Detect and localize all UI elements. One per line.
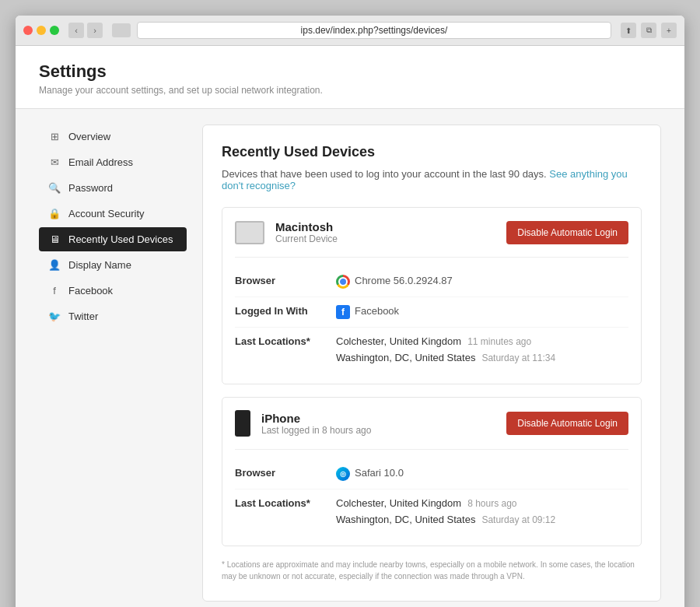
device-text-macintosh: Macintosh Current Device	[275, 220, 338, 244]
device-text-iphone: iPhone Last logged in 8 hours ago	[261, 412, 371, 436]
disable-login-button-iphone[interactable]: Disable Automatic Login	[506, 412, 628, 435]
browser-actions: ⬆ ⧉ +	[621, 23, 677, 38]
detail-value-browser-mac: Chrome 56.0.2924.87	[336, 275, 453, 289]
device-header-macintosh: Macintosh Current Device Disable Automat…	[235, 220, 628, 244]
footnote: * Locations are approximate and may incl…	[222, 559, 642, 582]
sidebar-item-label: Email Address	[68, 156, 133, 168]
location-time-iphone-2: Saturday at 09:12	[481, 514, 555, 525]
device-info-macintosh: Macintosh Current Device	[235, 220, 338, 244]
page-content: Settings Manage your account settings, a…	[16, 46, 684, 607]
device-card-macintosh: Macintosh Current Device Disable Automat…	[222, 207, 642, 384]
sidebar-item-recently-used-devices[interactable]: 🖥 Recently Used Devices	[39, 227, 187, 251]
key-icon: 🔍	[48, 182, 61, 194]
sidebar-item-twitter[interactable]: 🐦 Twitter	[39, 304, 187, 328]
monitor-icon: 🖥	[48, 233, 61, 245]
detail-value-browser-iphone: ◎ Safari 10.0	[336, 467, 404, 481]
location-entry-mac-2: Washington, DC, United States Saturday a…	[336, 352, 555, 363]
lock-icon: 🔒	[48, 208, 61, 219]
location-time-mac-2: Saturday at 11:34	[481, 353, 555, 363]
grid-icon: ⊞	[48, 131, 61, 142]
device-name-iphone: iPhone	[261, 412, 371, 425]
detail-value-locations-iphone: Colchester, United Kingdom 8 hours ago W…	[336, 497, 555, 525]
disable-login-button-macintosh[interactable]: Disable Automatic Login	[506, 221, 628, 244]
detail-row-loggedin-mac: Logged In With f Facebook	[235, 297, 628, 328]
main-layout: ⊞ Overview ✉ Email Address 🔍 Password 🔒 …	[16, 109, 684, 607]
sidebar-item-label: Twitter	[68, 311, 98, 322]
panel-title: Recently Used Devices	[222, 144, 642, 160]
location-entry-iphone-2: Washington, DC, United States Saturday a…	[336, 514, 555, 525]
device-details-macintosh: Browser Chrome 56.0.2924.87 Logged In Wi…	[235, 257, 628, 371]
share-icon[interactable]: ⬆	[621, 23, 636, 38]
detail-value-locations-mac: Colchester, United Kingdom 11 minutes ag…	[336, 335, 555, 363]
detail-row-locations-iphone: Last Locations* Colchester, United Kingd…	[235, 489, 628, 533]
location-name-mac-1: Colchester, United Kingdom	[336, 335, 461, 347]
twitter-icon: 🐦	[48, 311, 61, 322]
facebook-icon: f	[48, 285, 61, 296]
sidebar-item-label: Recently Used Devices	[68, 233, 173, 245]
address-bar[interactable]: ips.dev/index.php?settings/devices/	[137, 22, 611, 39]
sidebar-item-facebook[interactable]: f Facebook	[39, 279, 187, 303]
browser-name-mac: Chrome 56.0.2924.87	[355, 275, 453, 286]
browser-window: ‹ › ips.dev/index.php?settings/devices/ …	[16, 16, 684, 607]
location-name-iphone-2: Washington, DC, United States	[336, 514, 475, 525]
sidebar-item-label: Account Security	[68, 208, 145, 219]
location-time-iphone-1: 8 hours ago	[467, 498, 516, 509]
page-title: Settings	[39, 61, 661, 82]
location-time-mac-1: 11 minutes ago	[467, 336, 531, 347]
chrome-icon	[336, 275, 350, 289]
detail-value-loggedin-mac: f Facebook	[336, 305, 399, 319]
tab-icon	[112, 23, 131, 37]
location-name-mac-2: Washington, DC, United States	[336, 352, 475, 363]
mac-icon	[235, 221, 264, 244]
detail-label-locations-mac: Last Locations*	[235, 335, 336, 363]
sidebar-item-label: Password	[68, 182, 113, 194]
device-header-iphone: iPhone Last logged in 8 hours ago Disabl…	[235, 410, 628, 437]
location-entry-mac-1: Colchester, United Kingdom 11 minutes ag…	[336, 335, 555, 347]
detail-row-locations-mac: Last Locations* Colchester, United Kingd…	[235, 328, 628, 371]
phone-icon	[235, 410, 250, 437]
mail-icon: ✉	[48, 156, 61, 168]
location-entry-iphone-1: Colchester, United Kingdom 8 hours ago	[336, 497, 555, 509]
sidebar-item-password[interactable]: 🔍 Password	[39, 176, 187, 200]
sidebar-item-display-name[interactable]: 👤 Display Name	[39, 253, 187, 277]
panel-desc: Devices that have been used to log into …	[222, 168, 642, 191]
detail-row-browser-iphone: Browser ◎ Safari 10.0	[235, 459, 628, 489]
traffic-lights	[23, 26, 59, 35]
minimize-button[interactable]	[37, 26, 46, 35]
device-info-iphone: iPhone Last logged in 8 hours ago	[235, 410, 371, 437]
sidebar-item-label: Overview	[68, 131, 110, 142]
loggedin-name-mac: Facebook	[355, 305, 399, 317]
close-button[interactable]	[23, 26, 33, 35]
back-button[interactable]: ‹	[68, 23, 84, 38]
sidebar-item-email[interactable]: ✉ Email Address	[39, 150, 187, 174]
detail-label-loggedin-mac: Logged In With	[235, 305, 336, 319]
forward-button[interactable]: ›	[87, 23, 103, 38]
user-icon: 👤	[48, 259, 61, 271]
browser-name-iphone: Safari 10.0	[355, 467, 404, 479]
main-panel: Recently Used Devices Devices that have …	[202, 125, 661, 602]
device-sub-iphone: Last logged in 8 hours ago	[261, 425, 371, 436]
safari-icon: ◎	[336, 467, 350, 481]
detail-row-browser-mac: Browser Chrome 56.0.2924.87	[235, 267, 628, 297]
nav-buttons: ‹ ›	[68, 23, 103, 38]
page-subtitle: Manage your account settings, and set up…	[39, 85, 661, 96]
device-name-macintosh: Macintosh	[275, 220, 338, 233]
location-name-iphone-1: Colchester, United Kingdom	[336, 497, 461, 509]
panel-desc-text: Devices that have been used to log into …	[222, 168, 547, 180]
sidebar-item-account-security[interactable]: 🔒 Account Security	[39, 202, 187, 226]
sidebar-item-label: Display Name	[68, 259, 131, 271]
device-card-iphone: iPhone Last logged in 8 hours ago Disabl…	[222, 397, 642, 546]
detail-label-locations-iphone: Last Locations*	[235, 497, 336, 525]
browser-chrome: ‹ › ips.dev/index.php?settings/devices/ …	[16, 16, 684, 46]
tab-overview-icon[interactable]: ⧉	[641, 23, 656, 38]
device-sub-macintosh: Current Device	[275, 233, 338, 244]
new-tab-icon[interactable]: +	[661, 23, 677, 38]
sidebar-item-label: Facebook	[68, 285, 113, 296]
detail-label-browser-iphone: Browser	[235, 467, 336, 481]
detail-label-browser-mac: Browser	[235, 275, 336, 289]
facebook-icon: f	[336, 305, 350, 319]
sidebar-item-overview[interactable]: ⊞ Overview	[39, 125, 187, 149]
page-header: Settings Manage your account settings, a…	[16, 46, 684, 109]
maximize-button[interactable]	[50, 26, 59, 35]
device-details-iphone: Browser ◎ Safari 10.0 Last Locations* Co…	[235, 449, 628, 533]
